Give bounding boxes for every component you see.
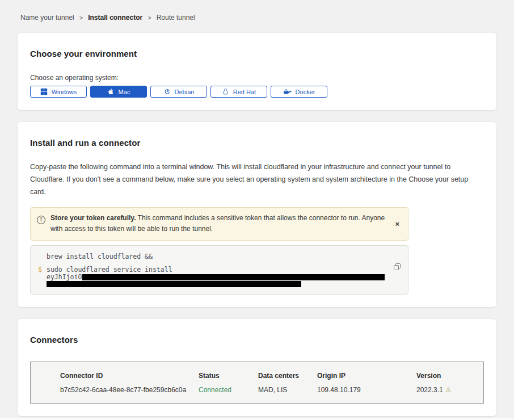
docker-logo-icon xyxy=(283,89,292,95)
cell-data-centers: MAD, LIS xyxy=(258,386,317,394)
redacted-token-bar xyxy=(47,281,301,287)
header-status: Status xyxy=(199,372,258,380)
os-button-mac[interactable]: Mac xyxy=(90,86,147,98)
os-button-label: Red Hat xyxy=(233,89,256,95)
token-prefix: eyJhIjoiO xyxy=(47,273,82,281)
os-select-label: Choose an operating system: xyxy=(30,74,484,82)
code-token-text: eyJhIjoiO xyxy=(47,274,385,281)
windows-logo-icon xyxy=(40,88,48,95)
page: Name your tunnel > Install connector > R… xyxy=(0,0,514,420)
table-row: b7c52c42-6caa-48ee-8c77-fbe259cb6c0a Con… xyxy=(60,386,483,394)
code-brew-command: brew install cloudflared && xyxy=(47,253,153,261)
cell-connector-id: b7c52c42-6caa-48ee-8c77-fbe259cb6c0a xyxy=(60,386,199,394)
header-connector-id: Connector ID xyxy=(60,372,199,380)
header-origin-ip: Origin IP xyxy=(317,372,416,380)
token-warning-text: Store your token carefully. This command… xyxy=(50,213,388,236)
os-button-label: Mac xyxy=(119,89,130,95)
cell-version: 2022.3.1⚠ xyxy=(416,386,483,394)
token-warning-bold: Store your token carefully. xyxy=(50,214,136,222)
breadcrumb-install-connector[interactable]: Install connector xyxy=(88,14,142,22)
os-button-debian[interactable]: Debian xyxy=(150,86,207,98)
connectors-title: Connectors xyxy=(30,335,484,345)
shell-prompt: $ xyxy=(38,266,47,274)
header-version: Version xyxy=(416,372,483,380)
code-line-sudo: $ sudo cloudflared service install xyxy=(38,266,400,274)
install-connector-title: Install and run a connector xyxy=(30,138,484,148)
os-button-label: Debian xyxy=(175,89,195,95)
choose-environment-card: Choose your environment Choose an operat… xyxy=(18,33,496,110)
debian-logo-icon xyxy=(163,88,171,95)
os-button-docker[interactable]: Docker xyxy=(271,86,327,98)
code-line-brew: brew install cloudflared && xyxy=(38,253,400,261)
breadcrumb-name-your-tunnel[interactable]: Name your tunnel xyxy=(20,14,74,22)
os-button-label: Windows xyxy=(52,89,77,95)
header-data-centers: Data centers xyxy=(258,372,317,380)
breadcrumb-route-tunnel[interactable]: Route tunnel xyxy=(157,14,195,22)
close-icon[interactable]: × xyxy=(393,220,401,228)
status-badge: Connected xyxy=(199,386,258,394)
redhat-logo-icon xyxy=(222,88,229,95)
breadcrumb-separator: > xyxy=(148,14,151,21)
breadcrumb-separator: > xyxy=(79,14,83,21)
cell-origin-ip: 109.48.10.179 xyxy=(317,386,416,394)
os-button-redhat[interactable]: Red Hat xyxy=(210,86,267,98)
warning-circle-icon: ! xyxy=(37,216,45,224)
version-warning-icon: ⚠ xyxy=(445,386,452,394)
connectors-table: Connector ID Status Data centers Origin … xyxy=(30,362,484,404)
install-description: Copy-paste the following command into a … xyxy=(30,161,484,199)
breadcrumb: Name your tunnel > Install connector > R… xyxy=(18,0,496,33)
redacted-token-bar xyxy=(82,274,385,280)
install-command-code-block: brew install cloudflared && $ sudo cloud… xyxy=(30,245,408,295)
os-button-label: Docker xyxy=(296,89,315,95)
copy-icon[interactable] xyxy=(393,263,401,271)
connectors-card: Connectors Connector ID Status Data cent… xyxy=(18,319,496,416)
os-button-group: Windows Mac Debian xyxy=(30,86,484,98)
install-connector-card: Install and run a connector Copy-paste t… xyxy=(18,122,496,307)
choose-environment-title: Choose your environment xyxy=(30,49,484,58)
token-warning-banner: ! Store your token carefully. This comma… xyxy=(30,207,408,241)
connectors-table-header: Connector ID Status Data centers Origin … xyxy=(60,372,483,380)
bottom-strip xyxy=(0,418,514,420)
apple-logo-icon xyxy=(107,88,115,95)
os-button-windows[interactable]: Windows xyxy=(30,86,87,98)
code-line-token: eyJhIjoiO xyxy=(38,274,400,281)
